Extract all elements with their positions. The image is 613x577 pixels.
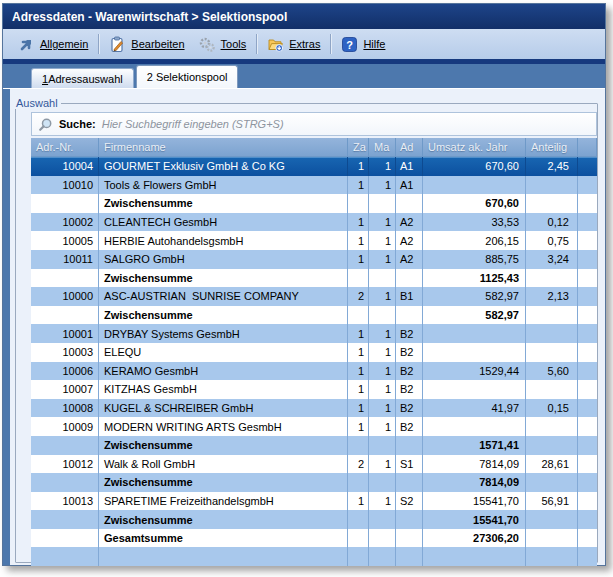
cell-ad — [396, 436, 423, 455]
cell-firmenname: KERAMO GesmbH — [99, 362, 348, 381]
cell-end — [578, 529, 597, 548]
subtotal-value: 670,60 — [423, 194, 526, 213]
cell-ad: A1 — [396, 176, 423, 195]
cell-firmenname: KUGEL & SCHREIBER GmbH — [99, 399, 348, 418]
subtotal-label: Zwischensumme — [99, 473, 348, 492]
bearbeiten-button[interactable]: Bearbeiten — [102, 33, 191, 56]
cell-adr-nr — [31, 529, 99, 548]
cell-ma — [369, 529, 396, 548]
column-header-nr[interactable]: Adr.-Nr. — [31, 138, 99, 156]
extras-button[interactable]: Extras — [260, 33, 327, 56]
cell-za: 2 — [348, 287, 369, 306]
table-row[interactable]: 10000ASC-AUSTRIAN SUNRISE COMPANY21B1582… — [31, 287, 597, 306]
column-header-ad[interactable]: Ad — [396, 138, 423, 156]
hilfe-button[interactable]: ? Hilfe — [334, 33, 392, 56]
content-panel: Auswahl Suche: Hier Suchbegriff eingeben… — [3, 88, 605, 565]
cell-end — [578, 287, 597, 306]
cell-adr-nr — [31, 269, 99, 288]
cell-ad: S2 — [396, 492, 423, 511]
table-row[interactable]: 10007KITZHAS GesmbH11B2 — [31, 380, 597, 399]
table-row[interactable]: 10001DRYBAY Systems GesmbH11B2 — [31, 324, 597, 343]
cell-ad — [396, 194, 423, 213]
cell-za: 1 — [348, 231, 369, 250]
arrow-up-right-icon — [18, 36, 35, 53]
cell-ad: A2 — [396, 231, 423, 250]
cell-empty — [526, 547, 578, 566]
tab-selektionspool[interactable]: 2 Selektionspool — [136, 65, 239, 88]
subtotal-label: Zwischensumme — [99, 194, 348, 213]
column-header-name[interactable]: Firmenname — [99, 138, 348, 156]
cell-firmenname: ASC-AUSTRIAN SUNRISE COMPANY — [99, 287, 348, 306]
cell-firmenname: Walk & Roll GmbH — [99, 455, 348, 474]
table-row[interactable]: 10005HERBIE AutohandelsgsmbH11A2206,150,… — [31, 231, 597, 250]
table-row[interactable]: 10004GOURMET Exklusiv GmbH & Co KG11A167… — [31, 157, 597, 176]
column-header-za[interactable]: Za — [348, 138, 369, 156]
total-row[interactable]: Gesamtsumme27306,20 — [31, 529, 597, 548]
cell-ma — [369, 306, 396, 325]
cell-ad: A1 — [396, 157, 423, 176]
cell-end — [578, 362, 597, 381]
empty-row[interactable] — [31, 547, 597, 566]
subtotal-row[interactable]: Zwischensumme670,60 — [31, 194, 597, 213]
subtotal-row[interactable]: Zwischensumme582,97 — [31, 306, 597, 325]
cell-anteilig — [526, 324, 578, 343]
cell-ma — [369, 194, 396, 213]
subtotal-row[interactable]: Zwischensumme15541,70 — [31, 510, 597, 529]
folder-badge-icon — [267, 36, 284, 53]
cell-za: 1 — [348, 250, 369, 269]
allgemein-button[interactable]: Allgemein — [11, 33, 95, 56]
cell-umsatz: 206,15 — [423, 231, 526, 250]
cell-firmenname: KITZHAS GesmbH — [99, 380, 348, 399]
cell-firmenname: MODERN WRITING ARTS GesmbH — [99, 417, 348, 436]
subtotal-label: Zwischensumme — [99, 306, 348, 325]
table-row[interactable]: 10009MODERN WRITING ARTS GesmbH11B2 — [31, 417, 597, 436]
table-row[interactable]: 10012Walk & Roll GmbH21S17814,0928,61 — [31, 455, 597, 474]
cell-ma: 1 — [369, 492, 396, 511]
cell-adr-nr — [31, 510, 99, 529]
cell-empty — [31, 547, 99, 566]
cell-za: 1 — [348, 417, 369, 436]
table-row[interactable]: 10013SPARETIME FreizeithandelsgmbH11S215… — [31, 492, 597, 511]
table-row[interactable]: 10010Tools & Flowers GmbH11A1 — [31, 176, 597, 195]
subtotal-row[interactable]: Zwischensumme7814,09 — [31, 473, 597, 492]
cell-end — [578, 380, 597, 399]
cell-adr-nr: 10002 — [31, 213, 99, 232]
cell-ad: A2 — [396, 250, 423, 269]
cell-ma: 1 — [369, 455, 396, 474]
cell-end — [578, 194, 597, 213]
table-row[interactable]: 10003ELEQU11B2 — [31, 343, 597, 362]
cell-firmenname: CLEANTECH GesmbH — [99, 213, 348, 232]
table-row[interactable]: 10006KERAMO GesmbH11B21529,445,60 — [31, 362, 597, 381]
column-header-ma[interactable]: Ma — [369, 138, 396, 156]
table-row[interactable]: 10011SALGRO GmbH11A2885,753,24 — [31, 250, 597, 269]
cell-firmenname: Tools & Flowers GmbH — [99, 176, 348, 195]
subtotal-value: 1125,43 — [423, 269, 526, 288]
svg-text:?: ? — [347, 38, 354, 50]
cell-umsatz: 7814,09 — [423, 455, 526, 474]
cell-za: 1 — [348, 157, 369, 176]
subtotal-value: 7814,09 — [423, 473, 526, 492]
column-header-anteil[interactable]: Anteilig — [526, 138, 578, 156]
search-input[interactable]: Suche: Hier Suchbegriff eingeben (STRG+S… — [31, 112, 597, 136]
cell-anteilig — [526, 343, 578, 362]
cell-za: 1 — [348, 399, 369, 418]
cell-ma — [369, 269, 396, 288]
tab-adressauswahl-label: Adressauswahl — [48, 73, 123, 85]
tab-adressauswahl[interactable]: 1 Adressauswahl — [31, 68, 134, 88]
cell-anteilig: 0,15 — [526, 399, 578, 418]
bearbeiten-label: Bearbeiten — [131, 38, 184, 50]
tools-button[interactable]: Tools — [192, 33, 254, 56]
cell-umsatz — [423, 343, 526, 362]
subtotal-row[interactable]: Zwischensumme1571,41 — [31, 436, 597, 455]
cell-adr-nr: 10006 — [31, 362, 99, 381]
cell-empty — [396, 547, 423, 566]
table-row[interactable]: 10008KUGEL & SCHREIBER GmbH11B241,970,15 — [31, 399, 597, 418]
cell-umsatz: 33,53 — [423, 213, 526, 232]
tools-label: Tools — [221, 38, 247, 50]
cell-adr-nr: 10007 — [31, 380, 99, 399]
subtotal-row[interactable]: Zwischensumme1125,43 — [31, 269, 597, 288]
table-row[interactable]: 10002CLEANTECH GesmbH11A233,530,12 — [31, 213, 597, 232]
cell-end — [578, 417, 597, 436]
column-header-umsatz[interactable]: Umsatz ak. Jahr — [423, 138, 526, 156]
subtotal-value: 15541,70 — [423, 510, 526, 529]
